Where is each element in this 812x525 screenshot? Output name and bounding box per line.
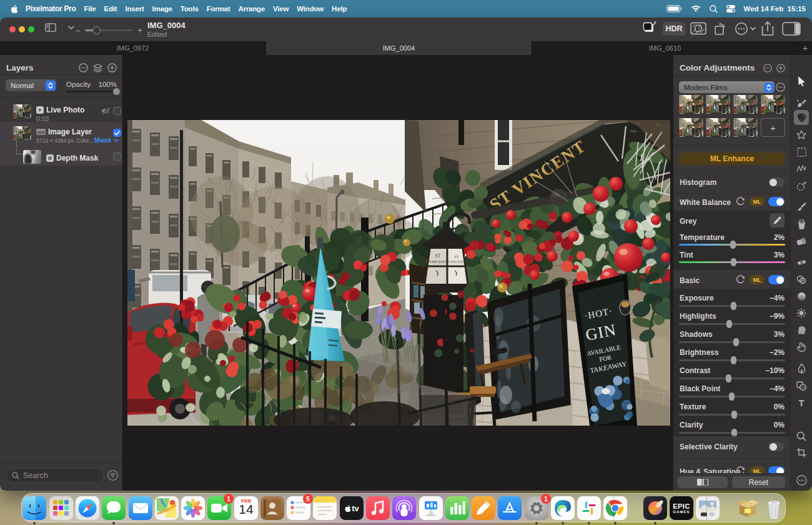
- svg-text:HDR: HDR: [37, 131, 46, 134]
- svg-text:T: T: [798, 398, 804, 407]
